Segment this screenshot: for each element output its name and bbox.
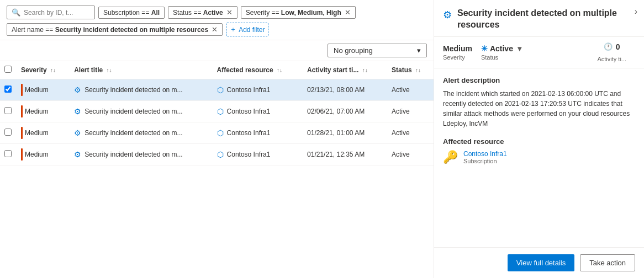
- row-resource-cell: ⬡ Contoso Infra1: [213, 144, 303, 165]
- search-icon: 🔍: [12, 8, 20, 17]
- sort-activity-start-icon: ↑↓: [362, 67, 368, 73]
- filter-tag-status[interactable]: Status == Active ✕: [168, 6, 237, 19]
- row-alert-title-cell: ⚙ Security incident detected on m...: [70, 122, 212, 144]
- row-checkbox[interactable]: [4, 150, 12, 157]
- alerts-table-container: Severity ↑↓ Alert title ↑↓ Affected reso…: [0, 61, 434, 278]
- resource-name-value: Contoso Infra1: [227, 129, 271, 137]
- alert-title-value: Security incident detected on m...: [85, 108, 182, 115]
- sort-severity-icon: ↑↓: [50, 67, 56, 73]
- sort-affected-resource-icon: ↑↓: [277, 67, 282, 73]
- select-all-checkbox-cell[interactable]: [0, 61, 17, 79]
- status-value: Active: [392, 151, 410, 158]
- alert-icon: ⚙: [74, 150, 81, 159]
- filter-severity-close[interactable]: ✕: [345, 8, 351, 17]
- col-affected-resource-label: Affected resource: [217, 66, 273, 74]
- alert-title-value: Security incident detected on m...: [85, 86, 182, 94]
- sort-status-icon: ↑↓: [415, 67, 421, 73]
- filter-bar: 🔍 Subscription == All Status == Active ✕…: [0, 0, 434, 40]
- row-checkbox-cell[interactable]: [0, 144, 17, 165]
- incident-icon: ⚙: [443, 9, 452, 21]
- status-value: Active: [392, 129, 410, 137]
- row-checkbox[interactable]: [4, 107, 12, 114]
- detail-panel: ⚙ Security incident detected on multiple…: [434, 0, 644, 278]
- meta-status-badge: ✳ Active ▾: [481, 44, 521, 53]
- view-full-details-button[interactable]: View full details: [508, 254, 574, 271]
- col-alert-title[interactable]: Alert title ↑↓: [70, 61, 212, 79]
- table-row[interactable]: Medium ⚙ Security incident detected on m…: [0, 101, 434, 122]
- filter-subscription-label: Subscription == All: [103, 9, 160, 17]
- row-alert-title-cell: ⚙ Security incident detected on m...: [70, 101, 212, 122]
- clock-icon: 🕐: [604, 42, 613, 51]
- col-status-label: Status: [392, 66, 412, 74]
- alerts-list-panel: 🔍 Subscription == All Status == Active ✕…: [0, 0, 434, 278]
- col-affected-resource[interactable]: Affected resource ↑↓: [213, 61, 303, 79]
- select-all-checkbox[interactable]: [4, 66, 12, 73]
- plus-icon: ＋: [230, 25, 236, 34]
- col-alert-title-label: Alert title: [74, 66, 103, 74]
- affected-resource-item: 🔑 Contoso Infra1 Subscription: [443, 150, 635, 164]
- detail-panel-title: Security incident detected on multiple r…: [457, 8, 635, 31]
- col-status[interactable]: Status ↑↓: [387, 61, 434, 79]
- grouping-dropdown[interactable]: No grouping ▾: [328, 44, 427, 57]
- filter-status-close[interactable]: ✕: [226, 8, 233, 17]
- row-severity-cell: Medium: [17, 122, 70, 144]
- row-activity-start-cell: 02/13/21, 08:00 AM: [303, 79, 387, 101]
- meta-severity: Medium Severity: [443, 44, 472, 61]
- col-severity[interactable]: Severity ↑↓: [17, 61, 70, 79]
- meta-status-value: Active: [490, 44, 513, 53]
- filter-status-label: Status == Active: [173, 9, 223, 17]
- row-severity-cell: Medium: [17, 79, 70, 101]
- alert-description-text: The incident which started on 2021-02-13…: [443, 89, 635, 129]
- take-action-button[interactable]: Take action: [580, 254, 635, 271]
- table-row[interactable]: Medium ⚙ Security incident detected on m…: [0, 122, 434, 144]
- resource-name[interactable]: Contoso Infra1: [463, 150, 507, 158]
- severity-value: Medium: [25, 86, 49, 94]
- row-severity-cell: Medium: [17, 144, 70, 165]
- severity-indicator: [21, 127, 23, 139]
- resource-name-value: Contoso Infra1: [227, 86, 271, 94]
- resource-type: Subscription: [463, 158, 507, 164]
- close-panel-button[interactable]: ›: [635, 7, 637, 17]
- table-row[interactable]: Medium ⚙ Security incident detected on m…: [0, 79, 434, 101]
- row-checkbox-cell[interactable]: [0, 79, 17, 101]
- row-checkbox-cell[interactable]: [0, 101, 17, 122]
- row-checkbox[interactable]: [4, 85, 12, 93]
- resource-cube-icon: ⬡: [217, 107, 224, 116]
- alert-icon: ⚙: [74, 129, 81, 137]
- row-status-cell: Active: [387, 144, 434, 165]
- filter-alertname-close[interactable]: ✕: [212, 25, 218, 34]
- sort-alert-title-icon: ↑↓: [107, 67, 112, 73]
- row-resource-cell: ⬡ Contoso Infra1: [213, 79, 303, 101]
- resource-cube-icon: ⬡: [217, 85, 224, 94]
- resource-cube-icon: ⬡: [217, 129, 224, 137]
- severity-value: Medium: [25, 129, 49, 137]
- row-status-cell: Active: [387, 79, 434, 101]
- filter-tag-severity[interactable]: Severity == Low, Medium, High ✕: [241, 6, 356, 19]
- table-row[interactable]: Medium ⚙ Security incident detected on m…: [0, 144, 434, 165]
- search-input[interactable]: [24, 9, 85, 17]
- severity-indicator: [21, 148, 23, 161]
- add-filter-label: Add filter: [239, 26, 265, 34]
- severity-value: Medium: [25, 108, 49, 115]
- activity-start-value: 02/13/21, 08:00 AM: [307, 86, 365, 94]
- meta-severity-label: Severity: [443, 54, 472, 61]
- status-chevron-icon[interactable]: ▾: [518, 44, 521, 53]
- alert-description-title: Alert description: [443, 76, 635, 84]
- detail-panel-meta: Medium Severity ✳ Active ▾ Status 🕐 0 Ac…: [434, 37, 644, 68]
- detail-panel-body: Alert description The incident which sta…: [434, 68, 644, 247]
- col-severity-label: Severity: [21, 66, 47, 74]
- chevron-down-icon: ▾: [417, 46, 421, 55]
- row-severity-cell: Medium: [17, 101, 70, 122]
- filter-tag-subscription[interactable]: Subscription == All: [98, 7, 165, 19]
- filter-alertname-label: Alert name == Security incident detected…: [12, 26, 208, 34]
- resource-cube-icon: ⬡: [217, 150, 224, 159]
- col-activity-start[interactable]: Activity start ti... ↑↓: [303, 61, 387, 79]
- row-checkbox-cell[interactable]: [0, 122, 17, 144]
- filter-tag-alertname[interactable]: Alert name == Security incident detected…: [7, 23, 223, 36]
- meta-activity-label: Activity ti...: [597, 56, 626, 62]
- search-box[interactable]: 🔍: [7, 6, 95, 19]
- meta-status: ✳ Active ▾ Status: [481, 44, 521, 61]
- row-checkbox[interactable]: [4, 129, 12, 136]
- row-status-cell: Active: [387, 101, 434, 122]
- add-filter-button[interactable]: ＋ Add filter: [226, 23, 268, 36]
